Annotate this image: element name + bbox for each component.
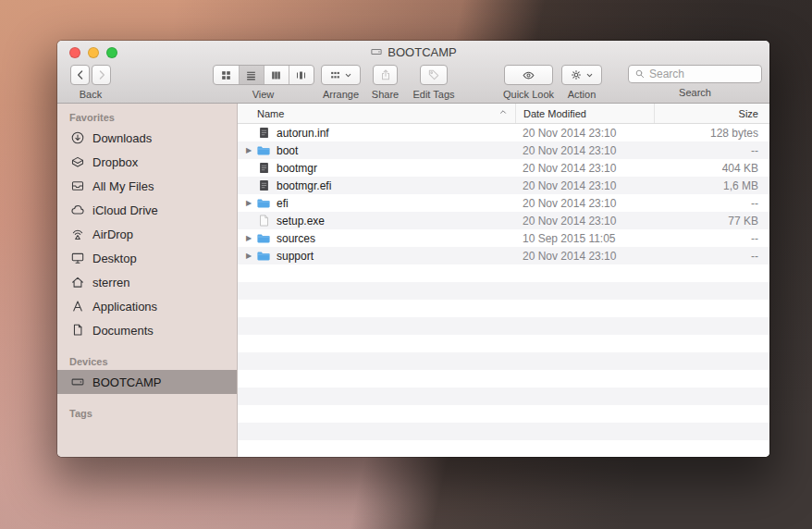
edit-tags-label: Edit Tags <box>412 89 454 100</box>
action-label: Action <box>568 89 597 100</box>
file-row[interactable]: ▶boot20 Nov 2014 23:10-- <box>238 141 769 159</box>
drive-icon <box>370 45 383 58</box>
document-icon <box>69 322 86 338</box>
disclosure-triangle-icon[interactable]: ▶ <box>243 252 254 260</box>
sidebar-section-title: Devices <box>57 351 237 370</box>
column-header-name[interactable]: Name <box>238 104 515 123</box>
file-row[interactable]: ▶efi20 Nov 2014 23:10-- <box>238 194 769 212</box>
file-dark-icon <box>256 126 271 141</box>
search-input[interactable] <box>649 68 756 80</box>
file-row[interactable]: autorun.inf20 Nov 2014 23:10128 bytes <box>238 124 769 141</box>
disclosure-triangle-icon[interactable]: ▶ <box>243 234 254 242</box>
sidebar-item-applications[interactable]: Applications <box>57 294 237 318</box>
file-date-modified: 20 Nov 2014 23:10 <box>515 250 654 263</box>
column-header-date-label: Date Modified <box>523 108 586 119</box>
forward-button[interactable] <box>92 65 111 85</box>
folder-icon <box>256 196 271 211</box>
share-button[interactable] <box>373 65 398 85</box>
sidebar-item-label: BOOTCAMP <box>92 375 161 389</box>
finder-window: BOOTCAMP Back View <box>57 41 769 457</box>
view-segmented-control <box>213 65 314 85</box>
sidebar-item-label: Documents <box>92 324 154 338</box>
file-name: setup.exe <box>277 215 325 228</box>
file-date-modified: 20 Nov 2014 23:10 <box>515 179 654 192</box>
file-size: -- <box>654 232 769 245</box>
sidebar-section-title: Favorites <box>57 107 237 126</box>
search-label: Search <box>679 87 711 98</box>
arrange-grid-icon <box>329 69 341 81</box>
file-date-modified: 20 Nov 2014 23:10 <box>515 215 654 228</box>
view-label: View <box>252 89 275 100</box>
gear-icon <box>570 68 583 81</box>
sidebar-item-all-my-files[interactable]: All My Files <box>57 174 237 198</box>
file-name: autorun.inf <box>277 127 329 140</box>
sidebar-section-title: Tags <box>57 403 237 422</box>
share-label: Share <box>372 89 399 100</box>
file-name: support <box>277 250 314 263</box>
sidebar-item-label: AirDrop <box>92 228 133 241</box>
file-size: -- <box>654 197 769 210</box>
column-header-size[interactable]: Size <box>654 104 769 123</box>
file-row[interactable]: setup.exe20 Nov 2014 23:1077 KB <box>238 212 769 229</box>
file-dark-icon <box>256 161 271 176</box>
file-row[interactable]: bootmgr20 Nov 2014 23:10404 KB <box>238 159 769 177</box>
titlebar[interactable]: BOOTCAMP Back View <box>57 41 769 104</box>
file-name: boot <box>277 144 298 157</box>
tag-icon <box>427 68 440 81</box>
sidebar-item-label: iCloud Drive <box>92 203 158 217</box>
chevron-down-icon <box>585 71 594 80</box>
sidebar-item-bootcamp[interactable]: BOOTCAMP <box>57 370 237 394</box>
sidebar-item-downloads[interactable]: Downloads <box>57 126 237 150</box>
airdrop-icon <box>69 226 86 242</box>
share-icon <box>379 68 392 81</box>
window-title-area: BOOTCAMP <box>57 45 769 59</box>
arrange-button[interactable] <box>321 65 361 85</box>
file-list[interactable]: autorun.inf20 Nov 2014 23:10128 bytes▶bo… <box>238 124 769 457</box>
file-light-icon <box>256 214 271 228</box>
file-row[interactable]: bootmgr.efi20 Nov 2014 23:101,6 MB <box>238 177 769 194</box>
sidebar-item-label: Desktop <box>92 252 137 265</box>
list-view-button[interactable] <box>239 66 264 84</box>
sidebar-item-label: Downloads <box>92 131 152 145</box>
file-size: 404 KB <box>654 162 769 175</box>
file-row[interactable]: ▶support20 Nov 2014 23:10-- <box>238 247 769 264</box>
sidebar-item-icloud-drive[interactable]: iCloud Drive <box>57 198 237 222</box>
sidebar-item-desktop[interactable]: Desktop <box>57 246 237 270</box>
action-button[interactable] <box>561 65 602 85</box>
file-size: -- <box>654 250 769 263</box>
quick-look-button[interactable] <box>504 65 553 85</box>
sidebar-item-sterren[interactable]: sterren <box>57 270 237 294</box>
file-dark-icon <box>256 178 271 193</box>
disclosure-triangle-icon[interactable]: ▶ <box>243 199 254 207</box>
column-view-button[interactable] <box>264 66 289 84</box>
sidebar-item-dropbox[interactable]: Dropbox <box>57 150 237 174</box>
arrange-label: Arrange <box>323 89 359 100</box>
column-header-size-label: Size <box>739 108 758 119</box>
column-header-row: Name Date Modified Size <box>238 104 769 124</box>
forward-chevron-icon <box>95 68 108 81</box>
file-date-modified: 20 Nov 2014 23:10 <box>515 144 654 157</box>
file-area: Name Date Modified Size autorun.inf20 No… <box>238 104 769 457</box>
column-view-icon <box>270 69 282 81</box>
file-name: bootmgr <box>277 162 317 175</box>
coverflow-view-button[interactable] <box>289 66 314 84</box>
file-name: sources <box>277 232 315 245</box>
file-row[interactable]: ▶sources10 Sep 2015 11:05-- <box>238 229 769 247</box>
edit-tags-button[interactable] <box>420 65 448 85</box>
home-icon <box>69 274 86 290</box>
sidebar-item-documents[interactable]: Documents <box>57 318 237 342</box>
sidebar-item-airdrop[interactable]: AirDrop <box>57 222 237 246</box>
search-field[interactable] <box>628 65 762 83</box>
sidebar-item-label: Applications <box>92 300 157 314</box>
column-header-date-modified[interactable]: Date Modified <box>515 104 654 123</box>
folder-icon <box>256 143 271 158</box>
back-button[interactable] <box>70 65 90 85</box>
sidebar-item-label: Dropbox <box>92 155 138 169</box>
magnifier-icon <box>634 68 646 80</box>
quick-look-label: Quick Look <box>503 89 554 100</box>
file-date-modified: 20 Nov 2014 23:10 <box>515 197 654 210</box>
list-view-icon <box>245 69 257 81</box>
disclosure-triangle-icon[interactable]: ▶ <box>243 146 254 154</box>
icon-view-button[interactable] <box>214 66 239 84</box>
back-label: Back <box>80 89 102 100</box>
